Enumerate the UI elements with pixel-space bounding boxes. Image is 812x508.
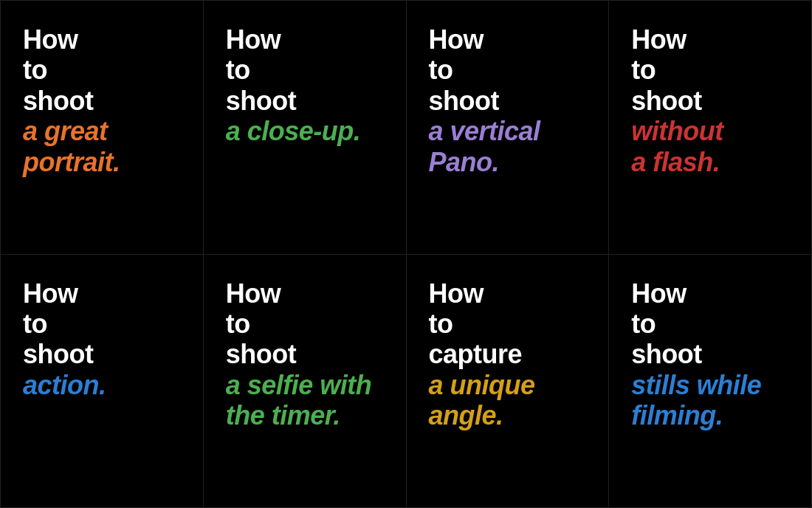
card-portrait-text: How to shoot a great portrait. <box>23 24 181 177</box>
card-unique-angle-line-3: capture <box>429 339 587 369</box>
card-closeup-line-3: shoot <box>226 86 384 116</box>
card-no-flash-line-3: shoot <box>631 86 789 116</box>
card-vertical-pano-line-5: Pano. <box>429 147 587 177</box>
card-selfie-timer-line-2: to <box>226 309 384 339</box>
card-stills-filming-line-5: filming. <box>631 400 789 430</box>
card-portrait-line-5: portrait. <box>23 147 181 177</box>
card-stills-filming-line-3: shoot <box>631 339 789 369</box>
card-action: How to shoot action. <box>1 255 204 509</box>
card-portrait-line-1: How <box>23 24 181 55</box>
card-portrait-line-3: shoot <box>23 86 181 116</box>
card-stills-filming-text: How to shoot stills while filming. <box>631 278 789 431</box>
card-portrait: How to shoot a great portrait. <box>1 1 204 255</box>
card-action-text: How to shoot action. <box>23 278 181 401</box>
card-closeup-line-1: How <box>226 24 384 55</box>
card-stills-filming: How to shoot stills while filming. <box>609 255 812 509</box>
card-selfie-timer: How to shoot a selfie with the timer. <box>204 255 407 509</box>
card-vertical-pano-text: How to shoot a vertical Pano. <box>429 24 587 177</box>
card-stills-filming-line-4: stills while <box>631 370 789 400</box>
card-no-flash-line-5: a flash. <box>631 147 789 177</box>
card-portrait-line-4: a great <box>23 116 181 146</box>
card-unique-angle-line-5: angle. <box>429 400 587 430</box>
card-vertical-pano-line-3: shoot <box>429 86 587 116</box>
card-action-line-3: shoot <box>23 339 181 369</box>
card-no-flash-line-2: to <box>631 55 789 85</box>
card-no-flash-line-1: How <box>631 24 789 55</box>
card-action-line-1: How <box>23 278 181 309</box>
card-unique-angle-line-2: to <box>429 309 587 339</box>
card-closeup-text: How to shoot a close-up. <box>226 24 384 147</box>
card-selfie-timer-text: How to shoot a selfie with the timer. <box>226 278 384 431</box>
card-vertical-pano-line-4: a vertical <box>429 116 587 146</box>
card-action-line-4: action. <box>23 370 181 400</box>
card-closeup-line-4: a close-up. <box>226 116 384 146</box>
card-selfie-timer-line-1: How <box>226 278 384 309</box>
card-stills-filming-line-2: to <box>631 309 789 339</box>
card-selfie-timer-line-5: the timer. <box>226 400 384 430</box>
card-unique-angle-line-1: How <box>429 278 587 309</box>
card-vertical-pano-line-1: How <box>429 24 587 55</box>
card-unique-angle-line-4: a unique <box>429 370 587 400</box>
card-unique-angle: How to capture a unique angle. <box>407 255 610 509</box>
card-no-flash-text: How to shoot without a flash. <box>631 24 789 177</box>
card-closeup: How to shoot a close-up. <box>204 1 407 255</box>
card-unique-angle-text: How to capture a unique angle. <box>429 278 587 431</box>
card-selfie-timer-line-4: a selfie with <box>226 370 384 400</box>
card-vertical-pano: How to shoot a vertical Pano. <box>407 1 610 255</box>
card-portrait-line-2: to <box>23 55 181 85</box>
card-stills-filming-line-1: How <box>631 278 789 309</box>
card-closeup-line-2: to <box>226 55 384 85</box>
card-action-line-2: to <box>23 309 181 339</box>
card-vertical-pano-line-2: to <box>429 55 587 85</box>
card-selfie-timer-line-3: shoot <box>226 339 384 369</box>
card-grid: How to shoot a great portrait. How to sh… <box>0 0 812 508</box>
card-no-flash: How to shoot without a flash. <box>609 1 812 255</box>
card-no-flash-line-4: without <box>631 116 789 146</box>
